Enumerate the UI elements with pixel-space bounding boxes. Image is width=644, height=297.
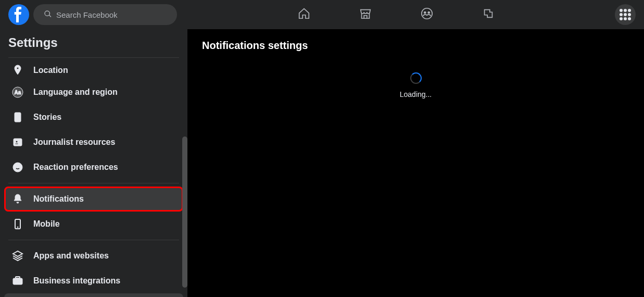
home-icon	[297, 7, 311, 22]
sidebar-item-ads[interactable]: Ads	[4, 293, 183, 297]
sidebar-item-label: Reaction preferences	[33, 163, 118, 172]
mobile-icon	[8, 215, 27, 233]
svg-rect-5	[15, 113, 21, 122]
bell-icon	[8, 190, 27, 208]
sidebar-item-label: Notifications	[33, 194, 84, 204]
grid-icon	[620, 9, 631, 20]
sidebar-item-reaction[interactable]: Reaction preferences	[4, 155, 183, 180]
sidebar-item-apps[interactable]: Apps and websites	[4, 243, 183, 268]
svg-text:Aa: Aa	[15, 90, 21, 95]
sidebar-item-business[interactable]: Business integrations	[4, 268, 183, 293]
svg-point-2	[427, 11, 430, 14]
journalist-icon	[8, 133, 27, 152]
facebook-logo[interactable]	[8, 4, 29, 25]
sidebar-item-label: Language and region	[33, 88, 118, 97]
menu-button[interactable]	[615, 4, 636, 25]
svg-rect-12	[13, 278, 22, 284]
sidebar-item-label: Business integrations	[33, 276, 120, 286]
sidebar-item-stories[interactable]: Stories	[4, 105, 183, 130]
divider	[8, 183, 179, 183]
top-bar: Search Facebook	[0, 0, 644, 29]
location-icon	[8, 61, 27, 80]
search-input[interactable]: Search Facebook	[33, 4, 177, 25]
settings-sidebar: Settings Location Aa Language and region	[0, 29, 187, 297]
sidebar-item-label: Location	[33, 66, 68, 75]
reaction-icon	[8, 158, 27, 177]
search-icon	[44, 10, 52, 20]
tab-gaming[interactable]	[460, 1, 517, 28]
apps-icon	[8, 246, 27, 265]
tab-home[interactable]	[275, 1, 333, 28]
tab-marketplace[interactable]	[337, 1, 394, 28]
marketplace-icon	[359, 7, 372, 22]
loading-text: Loading...	[400, 90, 432, 98]
scrollbar[interactable]	[182, 137, 187, 288]
language-icon: Aa	[8, 83, 27, 102]
sidebar-item-language[interactable]: Aa Language and region	[4, 80, 183, 105]
top-nav-tabs	[177, 1, 615, 28]
sidebar-item-mobile[interactable]: Mobile	[4, 212, 183, 237]
sidebar-item-label: Journalist resources	[33, 138, 115, 147]
svg-point-1	[423, 11, 426, 14]
sidebar-title: Settings	[0, 29, 187, 54]
svg-point-7	[16, 141, 18, 143]
svg-point-0	[421, 8, 432, 19]
tab-groups[interactable]	[398, 1, 456, 28]
stories-icon	[8, 108, 27, 127]
svg-point-11	[17, 227, 18, 228]
sidebar-item-label: Apps and websites	[33, 251, 109, 261]
svg-point-9	[13, 163, 22, 172]
divider	[8, 57, 179, 58]
divider	[8, 240, 179, 240]
sidebar-item-label: Mobile	[33, 219, 60, 229]
sidebar-item-location[interactable]: Location	[4, 61, 183, 80]
main-content: Notifications settings Loading...	[187, 29, 644, 297]
groups-icon	[420, 7, 434, 22]
sidebar-item-notifications[interactable]: Notifications	[4, 187, 183, 212]
svg-rect-13	[16, 277, 20, 278]
loading-spinner	[410, 72, 422, 84]
gaming-icon	[482, 7, 495, 22]
search-placeholder: Search Facebook	[56, 10, 118, 19]
page-title: Notifications settings	[202, 40, 629, 52]
sidebar-item-journalist[interactable]: Journalist resources	[4, 130, 183, 155]
sidebar-item-label: Stories	[33, 113, 61, 122]
svg-rect-8	[15, 143, 18, 144]
business-icon	[8, 271, 27, 290]
